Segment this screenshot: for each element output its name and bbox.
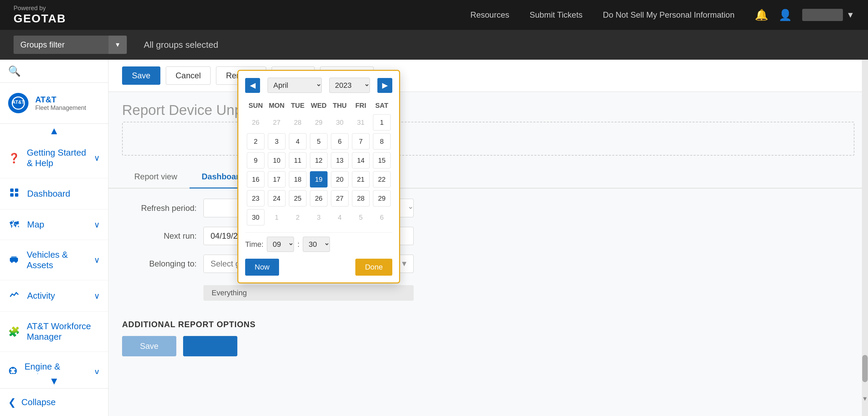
calendar-cell[interactable]: 25 [287, 189, 308, 208]
calendar-day-button[interactable]: 4 [289, 133, 307, 150]
calendar-cell[interactable]: 27 [329, 189, 350, 208]
calendar-day-button[interactable]: 29 [310, 114, 328, 131]
month-select[interactable]: JanuaryFebruaryMarchAprilMayJuneJulyAugu… [268, 78, 322, 93]
bottom-confirm-button[interactable] [183, 336, 237, 356]
calendar-day-button[interactable]: 19 [310, 171, 328, 187]
calendar-cell[interactable]: 23 [245, 189, 266, 208]
calendar-day-button[interactable]: 20 [331, 171, 349, 187]
calendar-day-button[interactable]: 24 [268, 190, 285, 206]
calendar-day-button[interactable]: 6 [331, 133, 349, 150]
calendar-day-button[interactable]: 6 [373, 209, 391, 225]
calendar-cell[interactable]: 4 [329, 208, 350, 227]
calendar-day-button[interactable]: 30 [331, 114, 349, 131]
scroll-down-arrow-icon[interactable]: ▼ [862, 395, 868, 402]
resources-link[interactable]: Resources [470, 10, 509, 20]
calendar-day-button[interactable]: 7 [352, 133, 370, 150]
groups-filter-dropdown-btn[interactable]: ▼ [108, 36, 127, 54]
calendar-day-button[interactable]: 23 [247, 190, 264, 206]
calendar-cell[interactable]: 27 [266, 113, 287, 132]
calendar-cell[interactable]: 30 [329, 113, 350, 132]
scrollbar[interactable]: ▼ [862, 60, 868, 416]
calendar-day-button[interactable]: 9 [247, 152, 264, 169]
sidebar-search[interactable]: 🔍 [0, 60, 108, 83]
sidebar-scroll-up[interactable]: ▲ [0, 124, 108, 138]
calendar-day-button[interactable]: 22 [373, 171, 391, 187]
calendar-cell[interactable]: 14 [350, 151, 371, 170]
done-button[interactable]: Done [355, 259, 392, 276]
calendar-day-button[interactable]: 18 [289, 171, 307, 187]
calendar-day-button[interactable]: 28 [352, 190, 370, 206]
calendar-day-button[interactable]: 1 [373, 114, 391, 131]
calendar-cell[interactable]: 5 [350, 208, 371, 227]
calendar-cell[interactable]: 5 [308, 132, 329, 151]
calendar-day-button[interactable]: 27 [268, 114, 285, 131]
save-button[interactable]: Save [122, 66, 160, 85]
calendar-cell[interactable]: 19 [308, 170, 329, 189]
calendar-cell[interactable]: 3 [266, 132, 287, 151]
calendar-cell[interactable]: 2 [287, 208, 308, 227]
calendar-day-button[interactable]: 26 [310, 190, 328, 206]
calendar-cell[interactable]: 7 [350, 132, 371, 151]
sidebar-item-vehicles-assets[interactable]: Vehicles & Assets ∨ [0, 240, 108, 280]
calendar-cell[interactable]: 29 [371, 189, 392, 208]
calendar-cell[interactable]: 26 [308, 189, 329, 208]
calendar-day-button[interactable]: 29 [373, 190, 391, 206]
calendar-cell[interactable]: 18 [287, 170, 308, 189]
calendar-cell[interactable]: 12 [308, 151, 329, 170]
prev-month-button[interactable]: ◀ [245, 78, 260, 93]
notification-icon[interactable]: 🔔 [755, 8, 768, 21]
calendar-day-button[interactable]: 15 [373, 152, 391, 169]
calendar-day-button[interactable]: 25 [289, 190, 307, 206]
groups-filter-input[interactable] [14, 36, 108, 54]
sidebar-scroll-down[interactable]: ▼ [0, 374, 108, 388]
calendar-cell[interactable]: 15 [371, 151, 392, 170]
now-button[interactable]: Now [245, 259, 279, 276]
search-icon[interactable]: 🔍 [8, 65, 21, 77]
calendar-day-button[interactable]: 13 [331, 152, 349, 169]
calendar-day-button[interactable]: 17 [268, 171, 285, 187]
calendar-cell[interactable]: 20 [329, 170, 350, 189]
calendar-day-button[interactable]: 3 [268, 133, 285, 150]
calendar-day-button[interactable]: 4 [331, 209, 349, 225]
calendar-day-button[interactable]: 1 [268, 209, 285, 225]
calendar-day-button[interactable]: 5 [310, 133, 328, 150]
calendar-cell[interactable]: 13 [329, 151, 350, 170]
user-menu[interactable]: ▼ [802, 9, 854, 21]
next-month-button[interactable]: ▶ [377, 78, 392, 93]
sidebar-item-workforce-manager[interactable]: 🧩 AT&T Workforce Manager [0, 312, 108, 352]
calendar-cell[interactable]: 9 [245, 151, 266, 170]
calendar-cell[interactable]: 17 [266, 170, 287, 189]
sidebar-item-activity[interactable]: Activity ∨ [0, 280, 108, 312]
calendar-cell[interactable]: 31 [350, 113, 371, 132]
calendar-cell[interactable]: 4 [287, 132, 308, 151]
calendar-day-button[interactable]: 10 [268, 152, 285, 169]
calendar-day-button[interactable]: 31 [352, 114, 370, 131]
cancel-button[interactable]: Cancel [166, 66, 211, 85]
calendar-cell[interactable]: 16 [245, 170, 266, 189]
calendar-day-button[interactable]: 30 [247, 209, 264, 225]
collapse-button[interactable]: ❮ Collapse [0, 388, 108, 416]
calendar-cell[interactable]: 29 [308, 113, 329, 132]
sidebar-item-dashboard[interactable]: Dashboard [0, 178, 108, 210]
do-not-sell-link[interactable]: Do Not Sell My Personal Information [603, 10, 734, 20]
minute-select[interactable]: 30 [303, 237, 330, 252]
scroll-down-icon[interactable]: ▼ [49, 375, 59, 387]
hour-select[interactable]: 09 [267, 237, 294, 252]
calendar-cell[interactable]: 30 [245, 208, 266, 227]
calendar-cell[interactable]: 28 [287, 113, 308, 132]
calendar-cell[interactable]: 1 [266, 208, 287, 227]
calendar-cell[interactable]: 6 [371, 208, 392, 227]
calendar-day-button[interactable]: 16 [247, 171, 264, 187]
calendar-day-button[interactable]: 26 [247, 114, 264, 131]
calendar-day-button[interactable]: 11 [289, 152, 307, 169]
calendar-cell[interactable]: 10 [266, 151, 287, 170]
calendar-cell[interactable]: 21 [350, 170, 371, 189]
calendar-day-button[interactable]: 28 [289, 114, 307, 131]
calendar-cell[interactable]: 6 [329, 132, 350, 151]
calendar-cell[interactable]: 24 [266, 189, 287, 208]
year-select[interactable]: 2021202220232024 [329, 78, 370, 93]
scroll-up-icon[interactable]: ▲ [49, 125, 59, 137]
calendar-day-button[interactable]: 2 [247, 133, 264, 150]
calendar-day-button[interactable]: 12 [310, 152, 328, 169]
bottom-save-button[interactable]: Save [122, 336, 176, 356]
